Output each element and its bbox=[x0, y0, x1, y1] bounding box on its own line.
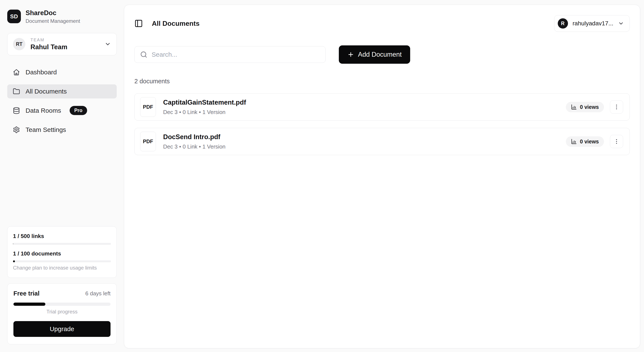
folder-icon bbox=[13, 88, 20, 95]
sidebar-item-dashboard[interactable]: Dashboard bbox=[7, 65, 117, 79]
document-menu-button[interactable] bbox=[610, 100, 623, 114]
sidebar-item-label: All Documents bbox=[26, 88, 67, 95]
trial-progress-label: Trial progress bbox=[14, 309, 110, 315]
sidebar-item-label: Data Rooms bbox=[26, 107, 61, 114]
document-menu-button[interactable] bbox=[610, 135, 623, 148]
views-badge[interactable]: 0 views bbox=[566, 136, 604, 147]
document-meta: Dec 3 • 0 Link • 1 Version bbox=[163, 143, 566, 150]
sidebar-nav: Dashboard All Documents Data Rooms Pro T… bbox=[7, 65, 117, 137]
app-title-block: ShareDoc Document Management bbox=[26, 9, 80, 24]
pdf-file-icon: PDF bbox=[140, 97, 156, 117]
search-input[interactable] bbox=[152, 51, 320, 58]
usage-note: Change plan to increase usage limits bbox=[13, 265, 111, 271]
add-document-button[interactable]: Add Document bbox=[339, 45, 410, 64]
sidebar-item-data-rooms[interactable]: Data Rooms Pro bbox=[7, 104, 117, 118]
team-selector[interactable]: RT TEAM Rahul Team bbox=[7, 33, 117, 55]
views-badge[interactable]: 0 views bbox=[566, 102, 604, 112]
document-row[interactable]: PDF DocSend Intro.pdf Dec 3 • 0 Link • 1… bbox=[134, 128, 630, 155]
document-count: 2 documents bbox=[134, 78, 630, 85]
add-document-label: Add Document bbox=[358, 51, 402, 58]
trial-days-left: 6 days left bbox=[85, 290, 110, 297]
gear-icon bbox=[13, 126, 20, 133]
team-texts: TEAM Rahul Team bbox=[30, 38, 100, 51]
chevron-down-icon bbox=[618, 21, 624, 27]
usage-limits-card: 1 / 500 links 1 / 100 documents Change p… bbox=[7, 226, 117, 278]
sidebar-item-all-documents[interactable]: All Documents bbox=[7, 84, 117, 98]
pdf-file-icon: PDF bbox=[140, 132, 156, 151]
search-box[interactable] bbox=[134, 46, 326, 63]
team-label: TEAM bbox=[30, 38, 100, 42]
sidebar-spacer bbox=[7, 137, 117, 226]
pro-badge: Pro bbox=[70, 106, 87, 115]
document-texts: DocSend Intro.pdf Dec 3 • 0 Link • 1 Ver… bbox=[163, 133, 566, 150]
bar-chart-icon bbox=[571, 104, 577, 110]
document-row[interactable]: PDF CaptitalGainStatement.pdf Dec 3 • 0 … bbox=[134, 93, 630, 121]
documents-usage-bar bbox=[13, 260, 111, 262]
page-title: All Documents bbox=[152, 20, 200, 28]
sidebar-item-team-settings[interactable]: Team Settings bbox=[7, 123, 117, 137]
document-list: PDF CaptitalGainStatement.pdf Dec 3 • 0 … bbox=[134, 93, 630, 155]
app-logo: SD bbox=[7, 10, 21, 23]
trial-progress-bar bbox=[14, 302, 110, 306]
sidebar-item-label: Dashboard bbox=[26, 69, 57, 76]
main-panel: All Documents R rahulyadav17... Add Docu… bbox=[124, 5, 640, 348]
bar-chart-icon bbox=[571, 139, 577, 144]
home-icon bbox=[13, 69, 20, 76]
user-avatar: R bbox=[558, 18, 568, 29]
user-name: rahulyadav17... bbox=[573, 20, 613, 27]
trial-title: Free trial bbox=[14, 290, 40, 297]
user-menu[interactable]: R rahulyadav17... bbox=[554, 15, 630, 32]
main-header: All Documents R rahulyadav17... bbox=[134, 15, 630, 32]
app-logo-row: SD ShareDoc Document Management bbox=[7, 9, 117, 24]
team-name: Rahul Team bbox=[30, 43, 100, 51]
document-meta: Dec 3 • 0 Link • 1 Version bbox=[163, 109, 566, 116]
views-label: 0 views bbox=[580, 139, 599, 145]
documents-usage-bar-fill bbox=[13, 260, 15, 262]
document-name: CaptitalGainStatement.pdf bbox=[163, 99, 566, 106]
database-icon bbox=[13, 107, 20, 114]
links-usage-bar-fill bbox=[13, 243, 13, 245]
free-trial-card: Free trial 6 days left Trial progress Up… bbox=[7, 283, 117, 344]
sidebar-toggle-icon[interactable] bbox=[134, 19, 143, 28]
app-name: ShareDoc bbox=[26, 9, 80, 17]
team-avatar: RT bbox=[13, 38, 25, 50]
documents-usage-label: 1 / 100 documents bbox=[13, 250, 111, 257]
app-subtitle: Document Management bbox=[26, 18, 80, 24]
links-usage-label: 1 / 500 links bbox=[13, 233, 111, 239]
upgrade-button[interactable]: Upgrade bbox=[14, 321, 110, 337]
sidebar-item-label: Team Settings bbox=[26, 126, 66, 133]
chevron-down-icon bbox=[104, 41, 111, 47]
toolbar: Add Document bbox=[134, 45, 630, 64]
search-icon bbox=[140, 51, 147, 58]
plus-icon bbox=[347, 51, 354, 58]
views-label: 0 views bbox=[580, 104, 599, 110]
sidebar: SD ShareDoc Document Management RT TEAM … bbox=[0, 0, 124, 352]
links-usage-bar bbox=[13, 243, 111, 245]
document-texts: CaptitalGainStatement.pdf Dec 3 • 0 Link… bbox=[163, 99, 566, 116]
trial-progress-bar-fill bbox=[14, 302, 45, 306]
document-name: DocSend Intro.pdf bbox=[163, 133, 566, 141]
